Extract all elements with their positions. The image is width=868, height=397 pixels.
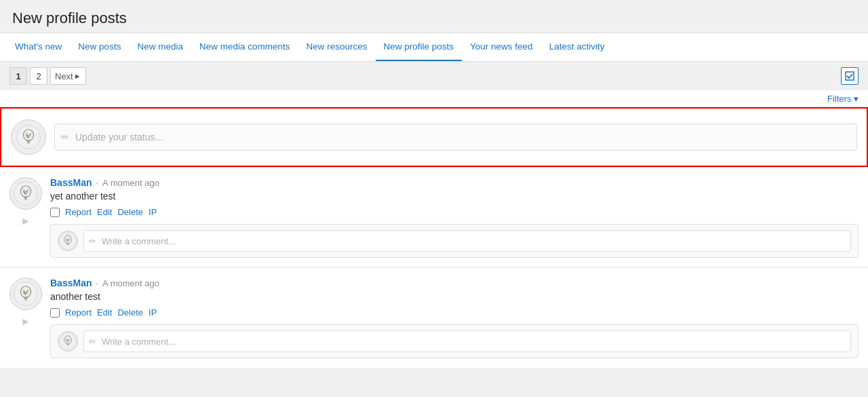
page-2-button[interactable]: 2 <box>30 67 47 85</box>
comment-input[interactable]: Write a comment... <box>83 230 851 252</box>
comment-avatar-image <box>59 333 77 350</box>
post-arrow-icon: ► <box>20 316 31 328</box>
comment-pencil-icon: ✏ <box>89 236 96 246</box>
post-text: yet another test <box>50 191 859 202</box>
svg-point-1 <box>17 126 41 149</box>
tab-your-news-feed[interactable]: Your news feed <box>462 33 541 61</box>
post-text: another test <box>50 291 859 302</box>
post-timestamp: A moment ago <box>102 278 159 288</box>
post-select-checkbox[interactable] <box>50 208 60 217</box>
tab-new-media-comments[interactable]: New media comments <box>191 33 298 61</box>
next-page-button[interactable]: Next► <box>50 67 86 85</box>
post-delete-link[interactable]: Delete <box>117 307 143 318</box>
tab-new-posts[interactable]: New posts <box>70 33 129 61</box>
post-report-link[interactable]: Report <box>65 207 92 217</box>
pencil-icon: ✏ <box>61 132 69 143</box>
user-avatar <box>11 119 46 155</box>
pagination-left: 1 2 Next► <box>9 67 86 85</box>
page-header: New profile posts <box>0 0 868 33</box>
filters-bar: Filters ▾ <box>0 90 868 107</box>
page-wrapper: New profile posts What's new New posts N… <box>0 0 868 397</box>
tab-new-resources[interactable]: New resources <box>298 33 375 61</box>
post-select-checkbox[interactable] <box>50 308 60 318</box>
post-actions: Report Edit Delete IP <box>50 307 859 318</box>
comment-avatar-image <box>59 232 77 250</box>
tab-latest-activity[interactable]: Latest activity <box>541 33 613 61</box>
tab-new-media[interactable]: New media <box>129 33 191 61</box>
comment-box: ✏ Write a comment... <box>50 324 859 358</box>
checkmark-icon <box>845 71 854 81</box>
post-content: BassMan · A moment ago yet another test … <box>50 177 859 258</box>
status-input-container: ✏ Update your status... <box>54 124 857 151</box>
post-ip-link[interactable]: IP <box>149 207 157 217</box>
user-avatar-image <box>16 125 41 149</box>
post-left: ► <box>9 177 42 258</box>
page-title: New profile posts <box>12 10 856 27</box>
next-arrow-icon: ► <box>74 72 81 80</box>
avatar-image <box>14 282 38 306</box>
post-author-avatar <box>9 278 42 310</box>
svg-point-36 <box>60 333 77 350</box>
post-left: ► <box>9 278 42 358</box>
comment-input-wrap: ✏ Write a comment... <box>83 330 851 352</box>
post-author-name[interactable]: BassMan <box>50 278 92 288</box>
avatar-image <box>14 181 38 206</box>
comment-pencil-icon: ✏ <box>89 337 96 347</box>
nav-tabs-bar: What's new New posts New media New media… <box>0 33 868 62</box>
comment-input-wrap: ✏ Write a comment... <box>83 230 851 252</box>
post-edit-link[interactable]: Edit <box>97 307 112 318</box>
post-report-link[interactable]: Report <box>65 307 92 318</box>
comment-box: ✏ Write a comment... <box>50 224 859 258</box>
status-update-row: ✏ Update your status... <box>0 107 868 167</box>
comment-input[interactable]: Write a comment... <box>83 330 851 352</box>
svg-point-27 <box>14 282 38 306</box>
filters-button[interactable]: Filters ▾ <box>827 94 859 104</box>
post-meta: BassMan · A moment ago <box>50 177 859 188</box>
post-ip-link[interactable]: IP <box>149 307 157 318</box>
post-meta: BassMan · A moment ago <box>50 278 859 288</box>
post-edit-link[interactable]: Edit <box>97 207 112 217</box>
post-actions: Report Edit Delete IP <box>50 207 859 217</box>
post-arrow-icon: ► <box>20 215 31 227</box>
post-content: BassMan · A moment ago another test Repo… <box>50 278 859 358</box>
tab-new-profile-posts[interactable]: New profile posts <box>376 33 462 61</box>
status-input[interactable]: Update your status... <box>54 124 857 151</box>
comment-avatar <box>58 231 78 251</box>
svg-point-19 <box>60 233 77 250</box>
svg-rect-0 <box>846 72 854 80</box>
tab-whats-new[interactable]: What's new <box>7 33 70 61</box>
post-row: ► BassMan · A moment ago another test Re… <box>0 267 868 368</box>
page-1-button[interactable]: 1 <box>9 67 27 85</box>
post-row: ► BassMan · A moment ago yet another tes… <box>0 167 868 267</box>
post-author-avatar <box>9 177 42 210</box>
pagination-bar: 1 2 Next► <box>0 62 868 90</box>
filters-dropdown-icon: ▾ <box>854 94 859 104</box>
comment-avatar <box>58 331 78 352</box>
content-area: Filters ▾ <box>0 90 868 368</box>
post-author-name[interactable]: BassMan <box>50 177 92 188</box>
svg-point-10 <box>14 182 38 206</box>
post-timestamp: A moment ago <box>102 178 159 188</box>
select-all-button[interactable] <box>841 67 859 85</box>
post-delete-link[interactable]: Delete <box>117 207 143 217</box>
